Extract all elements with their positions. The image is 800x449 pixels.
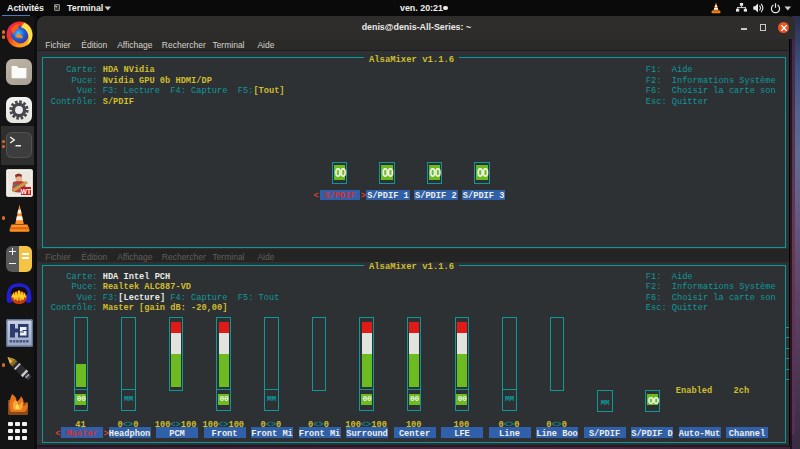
svg-text:WT: WT	[20, 188, 30, 195]
